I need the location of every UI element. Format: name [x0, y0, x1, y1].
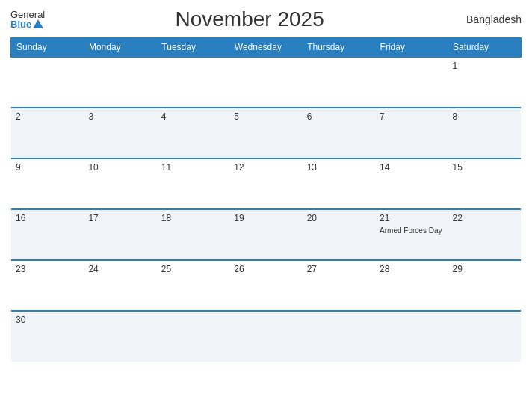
day-number: 21	[380, 213, 443, 223]
days-header-row: SundayMondayTuesdayWednesdayThursdayFrid…	[11, 38, 521, 58]
calendar-cell: 19	[229, 209, 302, 260]
day-number: 24	[88, 264, 152, 274]
calendar-cell	[375, 57, 448, 108]
day-header-sunday: Sunday	[11, 38, 84, 58]
calendar-cell: 18	[157, 209, 229, 260]
week-row-4: 161718192021Armed Forces Day22	[11, 209, 521, 260]
day-number: 13	[307, 162, 371, 173]
day-number: 22	[453, 213, 516, 223]
calendar-cell	[375, 311, 448, 362]
day-number: 11	[161, 162, 225, 173]
calendar-cell	[84, 57, 156, 108]
day-number: 3	[88, 111, 152, 122]
calendar-cell: 1	[448, 57, 521, 108]
calendar-cell	[303, 57, 375, 108]
day-number: 12	[234, 162, 297, 173]
calendar-cell	[84, 311, 156, 362]
day-header-tuesday: Tuesday	[157, 38, 229, 58]
day-number: 30	[16, 315, 79, 325]
logo-blue-text: Blue	[10, 19, 31, 29]
day-header-thursday: Thursday	[303, 38, 375, 58]
calendar-cell: 21Armed Forces Day	[375, 209, 448, 260]
calendar-cell: 9	[11, 158, 84, 209]
day-number: 4	[161, 111, 225, 122]
calendar-header: General Blue November 2025 Bangladesh	[10, 7, 522, 31]
calendar-cell: 13	[303, 158, 375, 209]
day-number: 20	[307, 213, 371, 223]
day-number: 5	[234, 111, 297, 122]
day-number: 9	[16, 162, 79, 173]
calendar-cell: 29	[448, 260, 521, 311]
day-number: 18	[161, 213, 225, 223]
day-header-friday: Friday	[375, 38, 448, 58]
day-number: 28	[380, 264, 443, 274]
day-number: 29	[453, 264, 516, 274]
day-header-monday: Monday	[84, 38, 156, 58]
event-label: Armed Forces Day	[380, 226, 442, 235]
calendar-cell	[229, 57, 302, 108]
day-number: 16	[16, 213, 79, 223]
calendar-container: General Blue November 2025 Bangladesh Su…	[0, 0, 532, 411]
day-number: 15	[453, 162, 516, 173]
day-number: 2	[16, 111, 79, 122]
calendar-cell: 26	[229, 260, 302, 311]
day-header-wednesday: Wednesday	[229, 38, 302, 58]
calendar-cell: 6	[303, 108, 375, 158]
day-number: 8	[453, 111, 516, 122]
calendar-cell: 10	[84, 158, 156, 209]
logo-triangle-icon	[33, 19, 43, 28]
calendar-cell: 3	[84, 108, 156, 158]
calendar-cell: 20	[303, 209, 375, 260]
calendar-cell: 7	[375, 108, 448, 158]
week-row-6: 30	[11, 311, 521, 362]
day-number: 7	[380, 111, 443, 122]
calendar-cell: 4	[157, 108, 229, 158]
calendar-cell	[11, 57, 84, 108]
week-row-5: 23242526272829	[11, 260, 521, 311]
calendar-cell: 12	[229, 158, 302, 209]
calendar-cell: 11	[157, 158, 229, 209]
calendar-cell	[157, 57, 229, 108]
calendar-cell: 22	[448, 209, 521, 260]
week-row-1: 1	[11, 57, 521, 108]
calendar-cell: 8	[448, 108, 521, 158]
week-row-3: 9101112131415	[11, 158, 521, 209]
day-number: 14	[380, 162, 443, 173]
day-header-saturday: Saturday	[448, 38, 521, 58]
country-label: Bangladesh	[454, 13, 522, 25]
calendar-cell	[303, 311, 375, 362]
calendar-cell	[157, 311, 229, 362]
calendar-cell: 28	[375, 260, 448, 311]
day-number: 27	[307, 264, 371, 274]
calendar-cell: 25	[157, 260, 229, 311]
calendar-cell: 30	[11, 311, 84, 362]
calendar-cell: 5	[229, 108, 302, 158]
day-number: 25	[161, 264, 225, 274]
logo: General Blue	[10, 10, 45, 29]
calendar-cell: 2	[11, 108, 84, 158]
calendar-cell: 15	[448, 158, 521, 209]
calendar-cell: 14	[375, 158, 448, 209]
calendar-cell: 23	[11, 260, 84, 311]
calendar-cell	[229, 311, 302, 362]
week-row-2: 2345678	[11, 108, 521, 158]
calendar-cell: 27	[303, 260, 375, 311]
month-title: November 2025	[176, 7, 324, 31]
day-number: 6	[307, 111, 371, 122]
day-number: 1	[453, 61, 516, 71]
day-number: 23	[16, 264, 79, 274]
day-number: 17	[88, 213, 152, 223]
day-number: 10	[88, 162, 152, 173]
day-number: 26	[234, 264, 297, 274]
calendar-cell: 17	[84, 209, 156, 260]
calendar-grid: SundayMondayTuesdayWednesdayThursdayFrid…	[10, 37, 522, 362]
day-number: 19	[234, 213, 297, 223]
calendar-cell: 24	[84, 260, 156, 311]
calendar-cell: 16	[11, 209, 84, 260]
calendar-cell	[448, 311, 521, 362]
